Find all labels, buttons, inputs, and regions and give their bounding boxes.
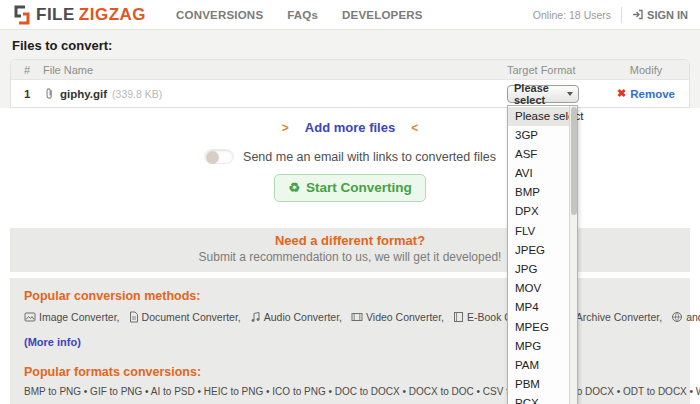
sign-in-icon [632, 9, 643, 20]
email-toggle-row: Send me an email with links to converted… [0, 149, 700, 164]
nav-conversions[interactable]: CONVERSIONS [176, 9, 263, 21]
add-more-files-row: > Add more files < [0, 120, 700, 135]
dropdown-option-mpeg[interactable]: MPEG [508, 318, 569, 337]
dropdown-option-mpg[interactable]: MPG [508, 337, 569, 356]
dropdown-option-pcx[interactable]: PCX [508, 394, 569, 404]
file-name: giphy.gif [60, 88, 107, 100]
header-right: Online: 18 Users SIGN IN [533, 7, 688, 23]
dropdown-option-jpg[interactable]: JPG [508, 260, 569, 279]
convert-recycle-icon: ♻ [288, 180, 300, 195]
arrow-right-icon: > [282, 121, 289, 135]
webpage-icon [671, 311, 683, 323]
files-table-header: # File Name Target Format Modify [11, 60, 689, 80]
dropdown-scrollbar-thumb[interactable] [571, 107, 577, 215]
method-label: Audio Converter, [264, 311, 342, 323]
method-label: Image Converter, [39, 311, 120, 323]
file-size: (339.8 KB) [112, 88, 162, 100]
col-number-header: # [11, 64, 43, 76]
target-format-dropdown: Please select 3GP ASF AVI BMP DPX FLV JP… [507, 105, 578, 404]
target-format-select[interactable]: Please select [507, 85, 579, 103]
nav-developers[interactable]: DEVELOPERS [342, 9, 423, 21]
dropdown-option-flv[interactable]: FLV [508, 222, 569, 241]
add-more-files-button[interactable]: Add more files [305, 120, 395, 135]
nav-faqs[interactable]: FAQs [287, 9, 318, 21]
files-section: Files to convert: # File Name Target For… [0, 30, 700, 108]
image-icon [24, 311, 36, 323]
recommendation-title: Need a different format? [10, 233, 690, 248]
remove-link[interactable]: Remove [630, 88, 675, 100]
col-modify-header: Modify [603, 64, 689, 76]
dropdown-option-dpx[interactable]: DPX [508, 202, 569, 221]
target-format-selected-value: Please select [514, 82, 567, 106]
dropdown-scrollbar[interactable] [569, 106, 577, 404]
modify-cell: ✖ Remove [603, 87, 689, 100]
col-target-format-header: Target Format [507, 64, 603, 76]
dropdown-option-3gp[interactable]: 3GP [508, 126, 569, 145]
dropdown-option-please-select[interactable]: Please select [508, 107, 569, 126]
popular-box: Popular conversion methods: Image Conver… [10, 278, 690, 404]
method-document-converter[interactable]: Document Converter, [129, 311, 241, 323]
main-nav: CONVERSIONS FAQs DEVELOPERS [176, 9, 423, 21]
start-converting-button[interactable]: ♻ Start Converting [274, 174, 425, 202]
email-toggle-label: Send me an email with links to converted… [243, 150, 496, 164]
dropdown-option-bmp[interactable]: BMP [508, 183, 569, 202]
start-converting-label: Start Converting [306, 180, 412, 195]
more-info-link[interactable]: (More info) [24, 336, 81, 348]
target-format-cell: Please select Please select 3GP ASF AVI … [507, 85, 603, 103]
top-header: FILEZIGZAG CONVERSIONS FAQs DEVELOPERS O… [0, 0, 700, 30]
dropdown-option-avi[interactable]: AVI [508, 164, 569, 183]
method-video-converter[interactable]: Video Converter, [351, 311, 444, 323]
remove-x-icon: ✖ [617, 87, 626, 100]
ebook-icon [453, 311, 464, 323]
actions-section: > Add more files < Send me an email with… [0, 120, 700, 202]
popular-formats-title: Popular formats conversions: [24, 365, 676, 379]
dropdown-option-pam[interactable]: PAM [508, 356, 569, 375]
col-filename-header: File Name [43, 64, 507, 76]
start-converting-row: ♻ Start Converting [0, 174, 700, 202]
popular-methods-title: Popular conversion methods: [24, 289, 676, 303]
file-row: 1 giphy.gif (339.8 KB) Please select [11, 80, 689, 107]
file-row-number: 1 [11, 88, 43, 100]
files-table: # File Name Target Format Modify 1 giphy… [10, 59, 690, 108]
recommendation-band: Need a different format? Submit a recomm… [10, 228, 690, 272]
dropdown-option-mp4[interactable]: MP4 [508, 298, 569, 317]
dropdown-option-mov[interactable]: MOV [508, 279, 569, 298]
sign-in-label: SIGN IN [647, 9, 688, 21]
method-label: Archive Converter, [576, 311, 662, 323]
logo-text-file: FILE [36, 5, 75, 25]
email-toggle[interactable] [204, 149, 234, 164]
sign-in-button[interactable]: SIGN IN [632, 9, 688, 21]
method-webpage-converter[interactable]: and Webpage Converter. [671, 311, 700, 323]
recommendation-subtitle: Submit a recommendation to us, we will g… [10, 250, 690, 264]
dropdown-option-asf[interactable]: ASF [508, 145, 569, 164]
target-format-select-wrap: Please select Please select 3GP ASF AVI … [507, 85, 603, 103]
zigzag-logo-icon [12, 5, 32, 25]
header-divider [621, 7, 622, 23]
method-audio-converter[interactable]: Audio Converter, [250, 311, 342, 323]
dropdown-option-pbm[interactable]: PBM [508, 375, 569, 394]
method-label: Video Converter, [366, 311, 444, 323]
video-icon [351, 311, 363, 323]
filezigzag-page: FILEZIGZAG CONVERSIONS FAQs DEVELOPERS O… [0, 0, 700, 404]
dropdown-options-list: Please select 3GP ASF AVI BMP DPX FLV JP… [508, 107, 569, 404]
file-row-name-cell: giphy.gif (339.8 KB) [43, 87, 507, 100]
chevron-down-icon [567, 92, 573, 96]
paperclip-icon [43, 87, 55, 100]
logo-text-zigzag: ZIGZAG [79, 5, 146, 25]
document-icon [129, 311, 139, 323]
popular-methods-list: Image Converter, Document Converter, Aud… [24, 311, 676, 323]
logo[interactable]: FILEZIGZAG [12, 5, 146, 25]
audio-icon [250, 311, 261, 323]
dropdown-option-jpeg[interactable]: JPEG [508, 241, 569, 260]
formats-line-1: BMP to PNG • GIF to PNG • AI to PSD • HE… [24, 383, 676, 400]
email-toggle-knob [206, 151, 219, 164]
method-image-converter[interactable]: Image Converter, [24, 311, 120, 323]
online-users-label: Online: 18 Users [533, 9, 611, 21]
arrow-left-icon: < [411, 121, 418, 135]
method-label: Document Converter, [142, 311, 241, 323]
files-section-title: Files to convert: [12, 38, 690, 53]
method-label: and Webpage Converter. [686, 311, 700, 323]
